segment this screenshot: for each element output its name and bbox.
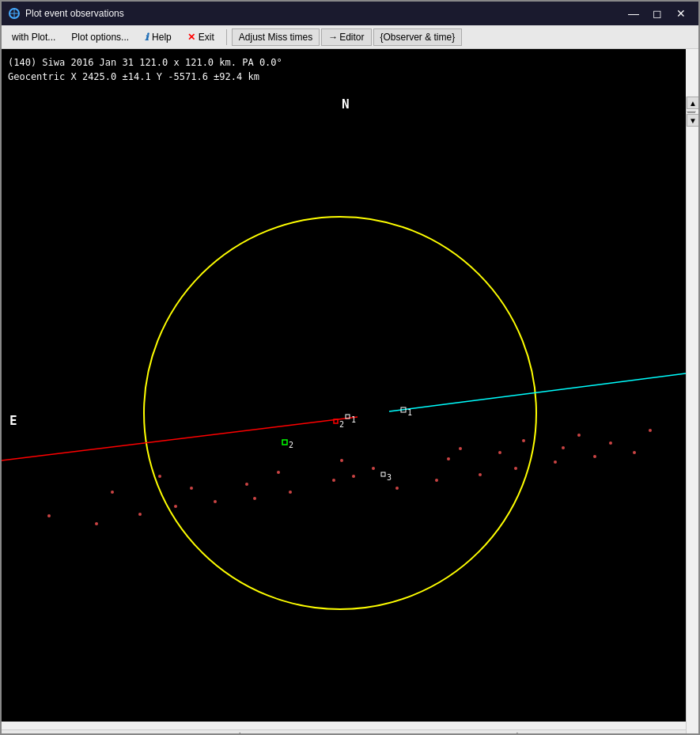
- svg-text:3: 3: [387, 473, 392, 482]
- svg-point-20: [214, 500, 217, 503]
- svg-point-25: [395, 487, 399, 490]
- window-title: Plot event observations: [25, 8, 124, 19]
- svg-point-32: [111, 491, 114, 494]
- svg-point-29: [554, 460, 557, 464]
- svg-point-21: [253, 497, 256, 500]
- window-controls: — ◻ ✕: [622, 2, 692, 25]
- exit-icon: ✕: [187, 32, 195, 43]
- svg-point-45: [577, 434, 581, 437]
- help-label: Help: [152, 32, 172, 43]
- observer-time-button[interactable]: {Observer & time}: [373, 28, 463, 46]
- plot-options-button[interactable]: Plot options...: [64, 28, 136, 46]
- app-icon: [8, 7, 21, 20]
- exit-button[interactable]: ✕ Exit: [180, 28, 221, 46]
- svg-point-35: [372, 467, 375, 470]
- svg-line-4: [2, 417, 358, 460]
- svg-point-16: [47, 514, 51, 517]
- svg-point-23: [332, 479, 335, 482]
- east-label: E: [9, 413, 17, 428]
- svg-point-27: [479, 473, 482, 476]
- svg-point-41: [277, 471, 280, 474]
- with-plot-button[interactable]: with Plot...: [5, 28, 62, 46]
- vscroll-track[interactable]: [687, 111, 696, 112]
- plot-canvas[interactable]: (140) Siwa 2016 Jan 31 121.0 x 121.0 km.…: [2, 49, 686, 722]
- minimize-button[interactable]: —: [622, 2, 645, 25]
- svg-point-40: [158, 475, 161, 478]
- vscroll-thumb[interactable]: [687, 112, 695, 113]
- svg-point-39: [609, 441, 612, 445]
- svg-point-36: [447, 457, 450, 460]
- svg-point-37: [498, 451, 501, 454]
- svg-rect-10: [334, 419, 338, 423]
- svg-text:2: 2: [339, 420, 344, 429]
- svg-point-26: [435, 479, 438, 482]
- svg-point-38: [562, 446, 565, 449]
- svg-point-28: [514, 467, 517, 470]
- editor-button[interactable]: → Editor: [321, 28, 371, 46]
- svg-point-46: [649, 429, 652, 432]
- titlebar: Plot event observations — ◻ ✕: [2, 2, 698, 25]
- help-button[interactable]: ℹ Help: [138, 28, 179, 46]
- right-scrollbar[interactable]: ▲ ▼: [686, 97, 700, 735]
- svg-point-42: [340, 459, 343, 462]
- svg-line-5: [389, 373, 686, 411]
- svg-text:2: 2: [289, 441, 293, 449]
- svg-point-3: [144, 217, 536, 609]
- separator-1: [226, 29, 227, 45]
- svg-rect-14: [381, 472, 385, 476]
- observer-time-label: {Observer & time}: [380, 32, 456, 43]
- scroll-up-button[interactable]: ▲: [687, 97, 699, 109]
- north-label: N: [342, 97, 350, 112]
- svg-point-17: [95, 522, 98, 525]
- editor-arrow-icon: →: [328, 32, 338, 43]
- close-button[interactable]: ✕: [670, 2, 692, 25]
- svg-point-34: [245, 483, 248, 486]
- svg-rect-6: [282, 440, 287, 445]
- help-icon: ℹ: [145, 32, 149, 43]
- scroll-down-button[interactable]: ▼: [687, 114, 699, 127]
- plot-svg: 2 1 2 1 3: [2, 49, 686, 722]
- plot-options-label: Plot options...: [71, 32, 129, 43]
- svg-point-18: [138, 513, 142, 516]
- statusbar: Occult 4.2.1.0 └────────────────────── 1…: [2, 729, 700, 735]
- menubar: with Plot... Plot options... ℹ Help ✕ Ex…: [2, 25, 698, 49]
- editor-label: Editor: [339, 32, 364, 43]
- adjust-miss-times-button[interactable]: Adjust Miss times: [232, 28, 320, 46]
- with-plot-label: with Plot...: [12, 32, 55, 43]
- svg-point-22: [289, 491, 292, 494]
- svg-point-43: [459, 447, 462, 450]
- adjust-miss-times-label: Adjust Miss times: [239, 32, 312, 43]
- svg-point-24: [352, 475, 355, 478]
- svg-point-30: [593, 455, 596, 458]
- svg-point-19: [174, 505, 177, 508]
- svg-point-44: [522, 439, 525, 442]
- svg-point-33: [190, 487, 193, 490]
- maximize-button[interactable]: ◻: [646, 2, 668, 25]
- svg-text:1: 1: [407, 408, 412, 417]
- exit-label: Exit: [199, 32, 214, 43]
- svg-text:1: 1: [351, 415, 356, 424]
- svg-point-31: [633, 451, 636, 454]
